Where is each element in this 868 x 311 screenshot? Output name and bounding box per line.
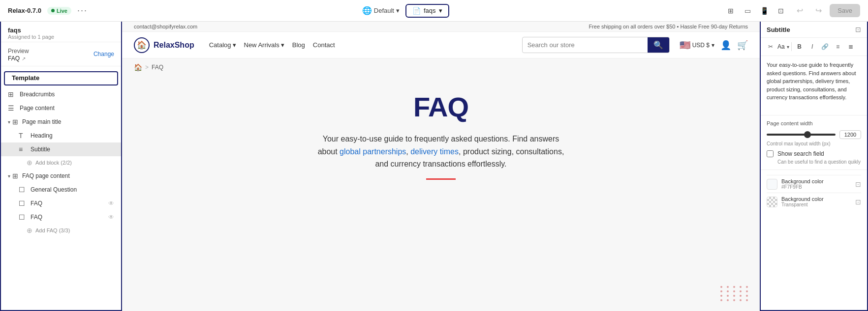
- dot: [720, 299, 722, 301]
- ordered-list-button[interactable]: ≣: [845, 41, 857, 53]
- dot: [746, 295, 748, 297]
- more-view-button[interactable]: ⊡: [774, 3, 788, 18]
- locale-selector[interactable]: 🌐 Default ▾: [362, 6, 400, 15]
- sidebar-app-name: faqs: [8, 27, 114, 34]
- page-content-width-section: Page content width 1200 Control max layo…: [761, 115, 867, 170]
- sidebar-item-page-content[interactable]: ☰ Page content: [1, 101, 121, 115]
- dot: [727, 286, 729, 288]
- eye2-icon: 👁: [108, 214, 114, 221]
- breadcrumb-current: FAQ: [152, 64, 163, 71]
- dot: [733, 290, 735, 292]
- center-preview: contact@shopifyrelax.com Free shipping o…: [122, 22, 760, 311]
- dot: [733, 295, 735, 297]
- dot: [746, 286, 748, 288]
- cart-icon[interactable]: 🛒: [737, 40, 748, 51]
- nav-link-blog[interactable]: Blog: [292, 41, 305, 49]
- eye-icon: 👁: [108, 200, 114, 207]
- search-hint: Can be useful to find a question quikly: [767, 159, 861, 165]
- bg-color-row[interactable]: Background color #F7F9FB ⊡: [767, 175, 861, 193]
- dot: [727, 290, 729, 292]
- content-width-slider[interactable]: [767, 134, 836, 136]
- sidebar-item-faq-1[interactable]: ☐ FAQ 👁: [1, 197, 121, 210]
- search-input[interactable]: [523, 38, 648, 52]
- faq-toggle-arrow-icon: ▾: [8, 173, 10, 179]
- sidebar-group-faq-page-content[interactable]: ▾ ⊞ FAQ page content: [1, 169, 121, 183]
- sidebar-item-heading[interactable]: T Heading: [1, 129, 121, 142]
- nav-links: Catalog ▾ New Arrivals ▾ Blog Contact: [209, 41, 512, 49]
- bg-color-section: Background color #F7F9FB ⊡ Background co…: [761, 170, 867, 215]
- bg-color-name: Background color: [781, 178, 824, 184]
- bg-color2-row[interactable]: Background color Transparent ⊡: [767, 193, 861, 210]
- sidebar-assigned: Assigned to 1 page: [8, 34, 114, 40]
- link-button[interactable]: 🔗: [819, 41, 831, 53]
- sidebar-preview: Preview FAQ ↗ Change: [1, 42, 121, 66]
- dot: [733, 286, 735, 288]
- page-content-area: FAQ Your easy-to-use guide to frequently…: [122, 76, 760, 311]
- desktop-view-button[interactable]: ⊞: [723, 3, 738, 18]
- breadcrumbs-icon: ⊞: [8, 90, 16, 98]
- font-size-selector[interactable]: Aa ▾: [777, 43, 789, 50]
- subtitle-icon: ≡: [19, 145, 27, 153]
- account-icon[interactable]: 👤: [720, 40, 731, 51]
- heading-icon: T: [19, 132, 27, 140]
- sidebar-item-faq-2[interactable]: ☐ FAQ 👁: [1, 210, 121, 224]
- page-content-width-label: Page content width: [767, 120, 861, 126]
- subtitle-textarea[interactable]: Your easy-to-use guide to frequently ask…: [761, 56, 867, 115]
- scissors-button[interactable]: ✂: [765, 41, 776, 53]
- nav-link-new-arrivals[interactable]: New Arrivals ▾: [244, 41, 284, 49]
- faqs-tab[interactable]: 📄 faqs ▾: [405, 4, 449, 18]
- dot: [746, 299, 748, 301]
- save-button[interactable]: Save: [830, 4, 860, 17]
- home-breadcrumb[interactable]: 🏠: [134, 63, 142, 71]
- page-icon: 📄: [412, 7, 421, 15]
- add-faq-button[interactable]: ⊕ Add FAQ (3/3): [1, 224, 121, 237]
- sidebar-item-general-question[interactable]: ☐ General Question: [1, 183, 121, 197]
- dot: [746, 290, 748, 292]
- sidebar-item-subtitle[interactable]: ≡ Subtitle: [1, 142, 121, 156]
- add-block-button[interactable]: ⊕ Add block (2/2): [1, 156, 121, 169]
- panel-title: Subtitle: [767, 26, 790, 33]
- nav-link-catalog[interactable]: Catalog ▾: [209, 41, 236, 49]
- search-button[interactable]: 🔍: [648, 37, 669, 53]
- dot: [727, 299, 729, 301]
- toggle-arrow-icon: ▾: [8, 119, 10, 125]
- dot: [720, 290, 722, 292]
- change-button[interactable]: Change: [93, 51, 114, 57]
- more-options-button[interactable]: ···: [77, 5, 88, 16]
- undo-button[interactable]: ↩: [792, 3, 807, 18]
- dot: [740, 286, 742, 288]
- bold-button[interactable]: B: [794, 41, 806, 53]
- panel-header: Subtitle ⊡: [761, 22, 867, 38]
- bg-color2-name: Background color: [781, 196, 824, 202]
- redo-button[interactable]: ↪: [811, 3, 826, 18]
- panel-toolbar: ✂ Aa ▾ B I 🔗 ≡ ≣: [761, 38, 867, 56]
- italic-button[interactable]: I: [806, 41, 818, 53]
- dot: [720, 295, 722, 297]
- sidebar-item-breadcrumbs[interactable]: ⊞ Breadcrumbs: [1, 87, 121, 101]
- faq-page-content-icon: ⊞: [12, 172, 20, 180]
- show-search-checkbox[interactable]: [767, 150, 774, 157]
- page-main-title-icon: ⊞: [12, 118, 20, 126]
- search-box: 🔍: [522, 37, 670, 53]
- bg-color-value: #F7F9FB: [781, 184, 824, 190]
- sidebar-header: faqs Assigned to 1 page: [1, 22, 121, 42]
- mobile-view-button[interactable]: 📱: [757, 3, 772, 18]
- list-button[interactable]: ≡: [832, 41, 844, 53]
- view-icons: ⊞ ▭ 📱 ⊡: [723, 3, 788, 18]
- add-icon: ⊕: [27, 159, 32, 167]
- panel-expand-icon[interactable]: ⊡: [855, 26, 861, 33]
- store-email: contact@shopifyrelax.com: [134, 24, 197, 29]
- breadcrumb: 🏠 > FAQ: [122, 58, 760, 76]
- store-top-bar: contact@shopifyrelax.com Free shipping o…: [122, 22, 760, 32]
- currency-selector[interactable]: 🇺🇸 USD $ ▾: [680, 40, 714, 51]
- general-question-icon: ☐: [19, 186, 27, 194]
- app-name: Relax-0.7.0: [8, 7, 41, 14]
- flag-icon: 🇺🇸: [680, 40, 690, 51]
- nav-link-contact[interactable]: Contact: [313, 41, 335, 49]
- breadcrumb-separator: >: [145, 64, 149, 71]
- sidebar-group-page-main-title[interactable]: ▾ ⊞ Page main title: [1, 115, 121, 129]
- page-main-title: FAQ: [413, 91, 468, 123]
- bg-color-swatch: [767, 179, 777, 190]
- external-link-icon: ↗: [22, 56, 26, 61]
- tablet-view-button[interactable]: ▭: [740, 3, 755, 18]
